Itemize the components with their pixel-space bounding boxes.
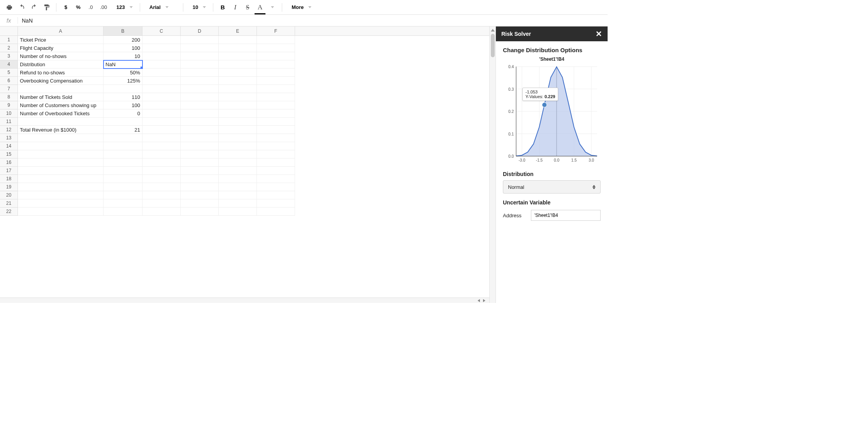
cell[interactable] <box>219 191 257 199</box>
cell[interactable] <box>257 109 295 118</box>
undo-icon[interactable] <box>16 2 27 13</box>
cell[interactable] <box>181 167 219 175</box>
cell[interactable] <box>257 183 295 191</box>
cell[interactable] <box>181 85 219 93</box>
scroll-thumb[interactable] <box>491 34 495 57</box>
distribution-select[interactable]: Normal <box>503 180 601 194</box>
cell[interactable]: Number of Tickets Sold <box>18 93 104 101</box>
cell[interactable] <box>181 150 219 158</box>
tab-prev-icon[interactable] <box>478 299 480 302</box>
cell[interactable] <box>104 118 142 126</box>
font-family-dropdown[interactable]: Arial <box>144 2 179 13</box>
cell[interactable] <box>142 85 181 93</box>
paint-format-icon[interactable] <box>41 2 52 13</box>
cell[interactable] <box>181 69 219 77</box>
text-color-button[interactable]: A <box>255 2 265 13</box>
cell[interactable] <box>181 191 219 199</box>
cell[interactable] <box>219 52 257 60</box>
cell[interactable] <box>104 142 142 150</box>
cell[interactable] <box>257 93 295 101</box>
cell[interactable] <box>219 60 257 69</box>
cell[interactable] <box>142 150 181 158</box>
row-header[interactable]: 6 <box>0 77 18 85</box>
cell[interactable] <box>18 208 104 216</box>
cell[interactable] <box>257 167 295 175</box>
cell[interactable] <box>142 118 181 126</box>
cell[interactable] <box>219 134 257 142</box>
cell[interactable] <box>181 60 219 69</box>
cell[interactable] <box>18 158 104 167</box>
cell[interactable] <box>257 118 295 126</box>
cell[interactable] <box>142 167 181 175</box>
cell[interactable] <box>257 126 295 134</box>
cell[interactable]: 21 <box>104 126 142 134</box>
cell[interactable] <box>18 85 104 93</box>
row-header[interactable]: 2 <box>0 44 18 52</box>
cell[interactable] <box>181 183 219 191</box>
cell[interactable] <box>219 69 257 77</box>
cell[interactable] <box>219 126 257 134</box>
bold-button[interactable]: B <box>217 2 228 13</box>
row-header[interactable]: 20 <box>0 191 18 199</box>
cell[interactable] <box>219 183 257 191</box>
column-header-E[interactable]: E <box>219 26 257 35</box>
cell[interactable] <box>142 158 181 167</box>
cell[interactable]: Flight Capacity <box>18 44 104 52</box>
address-input[interactable] <box>531 210 601 221</box>
cell[interactable] <box>18 191 104 199</box>
cell[interactable] <box>257 52 295 60</box>
cell[interactable] <box>181 126 219 134</box>
cell[interactable] <box>257 191 295 199</box>
cell[interactable] <box>257 69 295 77</box>
cell[interactable] <box>142 52 181 60</box>
cell[interactable] <box>181 109 219 118</box>
cell[interactable] <box>219 150 257 158</box>
cell[interactable] <box>142 134 181 142</box>
strikethrough-button[interactable]: S <box>242 2 253 13</box>
row-header[interactable]: 4 <box>0 60 18 69</box>
cell[interactable] <box>142 93 181 101</box>
cell[interactable]: Number of no-shows <box>18 52 104 60</box>
cell[interactable] <box>219 101 257 109</box>
cell[interactable] <box>142 142 181 150</box>
cell[interactable]: 50% <box>104 69 142 77</box>
cell[interactable] <box>257 199 295 208</box>
cell[interactable] <box>181 208 219 216</box>
row-header[interactable]: 22 <box>0 208 18 216</box>
cell[interactable] <box>142 101 181 109</box>
cell[interactable] <box>181 175 219 183</box>
cell[interactable] <box>104 167 142 175</box>
cell[interactable]: 10 <box>104 52 142 60</box>
cell[interactable] <box>18 167 104 175</box>
cell[interactable] <box>104 199 142 208</box>
row-header[interactable]: 12 <box>0 126 18 134</box>
cell[interactable] <box>142 208 181 216</box>
cell[interactable] <box>104 191 142 199</box>
cell[interactable] <box>219 109 257 118</box>
cell[interactable] <box>142 175 181 183</box>
cell[interactable]: Total Revenue (in $1000) <box>18 126 104 134</box>
cell[interactable] <box>219 158 257 167</box>
italic-button[interactable]: I <box>230 2 241 13</box>
row-header[interactable]: 10 <box>0 109 18 118</box>
cell[interactable]: Overbooking Compensation <box>18 77 104 85</box>
cell[interactable]: Refund to no-shows <box>18 69 104 77</box>
cell[interactable]: Distribution <box>18 60 104 69</box>
scroll-up-icon[interactable] <box>491 29 495 32</box>
cell[interactable] <box>142 60 181 69</box>
cell[interactable] <box>18 199 104 208</box>
cell[interactable] <box>181 44 219 52</box>
cell[interactable] <box>257 175 295 183</box>
formula-input[interactable] <box>18 18 608 24</box>
cell[interactable]: 100 <box>104 44 142 52</box>
format-percent-button[interactable]: % <box>73 2 84 13</box>
cell[interactable] <box>219 167 257 175</box>
cell[interactable] <box>219 36 257 44</box>
cell[interactable] <box>257 77 295 85</box>
cell[interactable] <box>104 150 142 158</box>
cell[interactable] <box>104 134 142 142</box>
cell[interactable]: Ticket Price <box>18 36 104 44</box>
column-header-F[interactable]: F <box>257 26 295 35</box>
cell[interactable] <box>18 134 104 142</box>
row-header[interactable]: 1 <box>0 36 18 44</box>
